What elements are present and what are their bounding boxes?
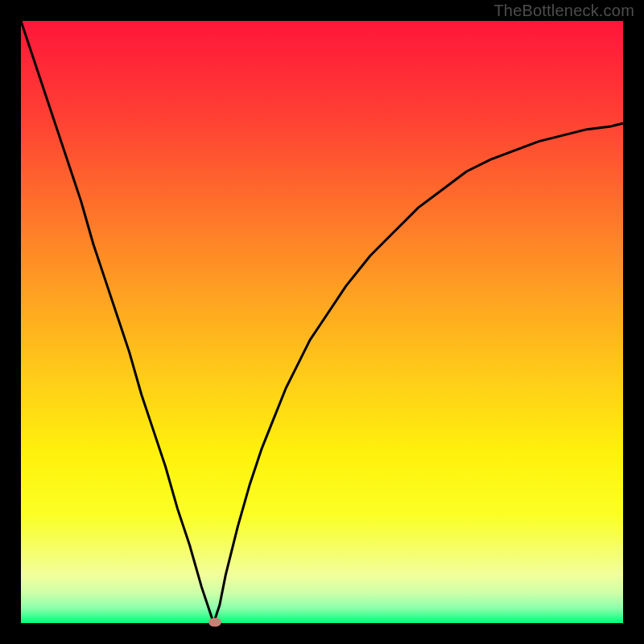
attribution-text: TheBottleneck.com: [493, 2, 634, 20]
chart-frame: TheBottleneck.com: [0, 0, 644, 644]
optimal-point-marker: [208, 617, 221, 626]
bottleneck-plot: [21, 21, 623, 623]
